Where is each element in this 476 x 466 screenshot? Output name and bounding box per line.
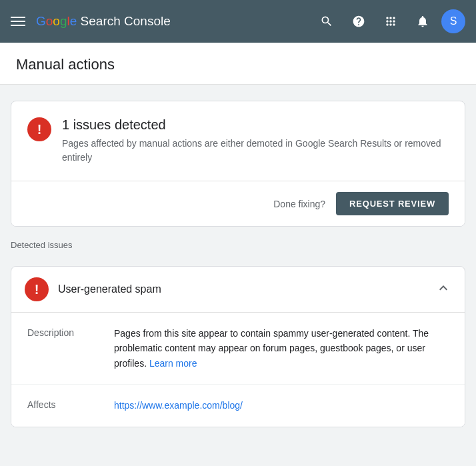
- affects-label: Affects: [27, 398, 114, 413]
- main-content: ! 1 issues detected Pages affected by ma…: [0, 85, 476, 443]
- notifications-icon[interactable]: [409, 8, 436, 35]
- issues-count: 1 issues detected: [62, 117, 449, 133]
- logo-text: Google Search Console: [36, 14, 171, 29]
- description-row: Description Pages from this site appear …: [11, 313, 465, 385]
- app-logo: Google Search Console: [36, 14, 303, 29]
- chevron-up-icon: [435, 280, 451, 299]
- issue-title: User-generated spam: [58, 283, 426, 295]
- description-value: Pages from this site appear to contain s…: [114, 326, 449, 371]
- apps-icon[interactable]: [377, 8, 404, 35]
- issues-description: Pages affected by manual actions are eit…: [62, 137, 449, 165]
- error-icon: !: [27, 117, 51, 141]
- help-icon[interactable]: [345, 8, 372, 35]
- issue-header[interactable]: ! User-generated spam: [11, 267, 465, 313]
- learn-more-link[interactable]: Learn more: [149, 358, 197, 369]
- card-footer: Done fixing? REQUEST REVIEW: [11, 181, 465, 226]
- request-review-button[interactable]: REQUEST REVIEW: [336, 192, 449, 215]
- issue-error-icon: !: [25, 277, 49, 301]
- issues-text-block: 1 issues detected Pages affected by manu…: [62, 117, 449, 165]
- affects-url-link[interactable]: https://www.example.com/blog/: [114, 400, 243, 411]
- issue-details: Description Pages from this site appear …: [11, 313, 465, 427]
- top-navigation: Google Search Console S: [0, 0, 476, 43]
- detected-issues-label: Detected issues: [11, 237, 465, 255]
- user-avatar[interactable]: S: [441, 9, 465, 33]
- description-label: Description: [27, 326, 114, 371]
- page-title-bar: Manual actions: [0, 43, 476, 85]
- done-fixing-label: Done fixing?: [273, 199, 325, 209]
- affects-value: https://www.example.com/blog/: [114, 398, 243, 413]
- menu-icon[interactable]: [11, 17, 25, 26]
- issue-item-card: ! User-generated spam Description Pages …: [11, 266, 465, 427]
- nav-icons: S: [313, 8, 465, 35]
- search-icon[interactable]: [313, 8, 340, 35]
- affects-row: Affects https://www.example.com/blog/: [11, 385, 465, 426]
- issues-summary-section: ! 1 issues detected Pages affected by ma…: [11, 101, 465, 181]
- issues-summary-card: ! 1 issues detected Pages affected by ma…: [11, 101, 465, 227]
- page-title: Manual actions: [16, 56, 460, 73]
